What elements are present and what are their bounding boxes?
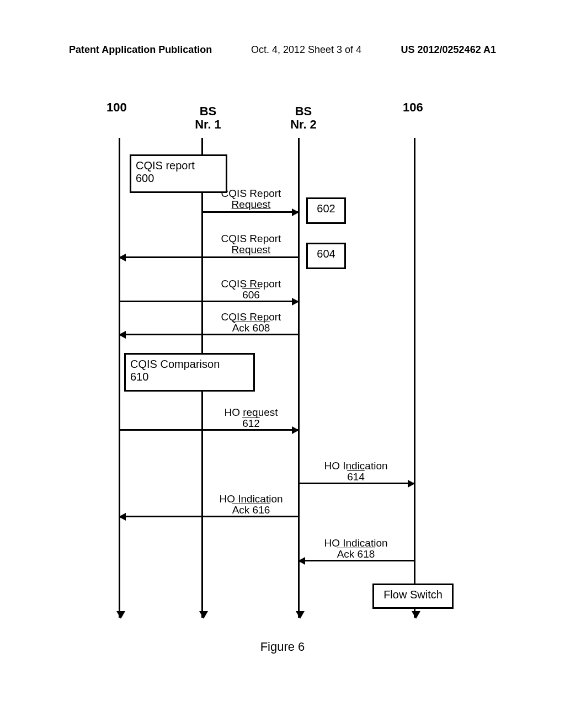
sequence-diagram: 100 BS Nr. 1 BS Nr. 2 106 CQIS Report Re… [108, 91, 452, 620]
msg-text: CQIS Report [221, 233, 281, 244]
msg-cqis-req-2 [120, 256, 298, 258]
msg-ho-ack-618 [299, 560, 414, 561]
box-text: CQIS report [136, 159, 195, 172]
box-text: CQIS Comparison [130, 358, 220, 370]
box-cqis-comparison-610: CQIS Comparison 610 [124, 353, 255, 392]
box-cqis-report-600: CQIS report 600 [130, 154, 227, 193]
lane-bs1-line1: BS [200, 104, 217, 118]
msg-text: CQIS Report [221, 311, 281, 323]
arrow-left-icon [119, 331, 126, 339]
msg-cqis-req-2-label: CQIS Report Request [212, 233, 290, 255]
lifeline-100 [119, 138, 120, 618]
lane-bs2-label: BS Nr. 2 [287, 105, 320, 131]
msg-subtext: Ack 618 [337, 548, 375, 560]
figure-caption: Figure 6 [0, 640, 565, 654]
msg-ho-ack-616-label: HO Indication Ack 616 [212, 494, 290, 516]
msg-ho-request-612-label: HO request 612 [212, 407, 290, 429]
msg-text: HO Indication [219, 493, 282, 505]
arrow-down-icon [116, 611, 125, 619]
msg-text: HO Indication [324, 460, 387, 472]
pub-label: Patent Application Publication [69, 44, 212, 56]
msg-cqis-report-606 [120, 301, 298, 302]
arrow-right-icon [408, 480, 415, 488]
msg-ho-ack-616 [120, 516, 298, 517]
arrow-left-icon [298, 557, 305, 565]
msg-text: CQIS Report [221, 188, 281, 199]
msg-cqis-report-606-label: CQIS Report 606 [212, 279, 290, 301]
msg-subtext: Ack 608 [232, 322, 270, 334]
arrow-down-icon [296, 611, 305, 619]
msg-subtext: 612 [242, 417, 260, 429]
arrow-down-icon [412, 611, 420, 619]
patent-number: US 2012/0252462 A1 [401, 44, 496, 56]
lifeline-106 [414, 138, 415, 618]
lane-100-label: 100 [106, 101, 127, 114]
lane-bs2-line2: Nr. 2 [290, 117, 317, 131]
lane-bs2-line1: BS [295, 104, 312, 118]
msg-subtext: 606 [242, 289, 260, 301]
arrow-down-icon [199, 611, 208, 619]
lane-bs1-line2: Nr. 1 [195, 117, 221, 131]
msg-text: HO request [224, 406, 278, 418]
msg-ho-ind-614 [299, 483, 414, 484]
msg-subtext: Ack 616 [232, 504, 270, 516]
arrow-left-icon [119, 254, 126, 261]
box-604: 604 [306, 243, 346, 269]
msg-cqis-req-1 [202, 211, 298, 213]
arrow-right-icon [292, 426, 299, 434]
box-602: 602 [306, 197, 346, 224]
msg-subtext: Request [232, 244, 271, 255]
msg-subtext: 614 [347, 471, 365, 483]
msg-text: HO Indication [324, 537, 387, 549]
msg-ho-request-612 [120, 429, 298, 431]
msg-ho-ind-614-label: HO Indication 614 [317, 461, 395, 483]
arrow-right-icon [292, 298, 299, 306]
date-sheet-label: Oct. 4, 2012 Sheet 3 of 4 [251, 44, 361, 56]
msg-cqis-ack-608 [120, 334, 298, 335]
msg-ho-ack-618-label: HO Indication Ack 618 [317, 538, 395, 560]
arrow-right-icon [292, 208, 299, 216]
msg-text: CQIS Report [221, 278, 281, 290]
msg-cqis-ack-608-label: CQIS Report Ack 608 [212, 312, 290, 334]
box-flow-switch: Flow Switch [372, 584, 454, 609]
lane-106-label: 106 [403, 101, 423, 114]
box-number: 600 [136, 172, 154, 184]
lane-bs1-label: BS Nr. 1 [191, 105, 225, 131]
arrow-left-icon [119, 513, 126, 521]
msg-subtext: Request [232, 199, 271, 210]
box-number: 610 [130, 371, 148, 383]
